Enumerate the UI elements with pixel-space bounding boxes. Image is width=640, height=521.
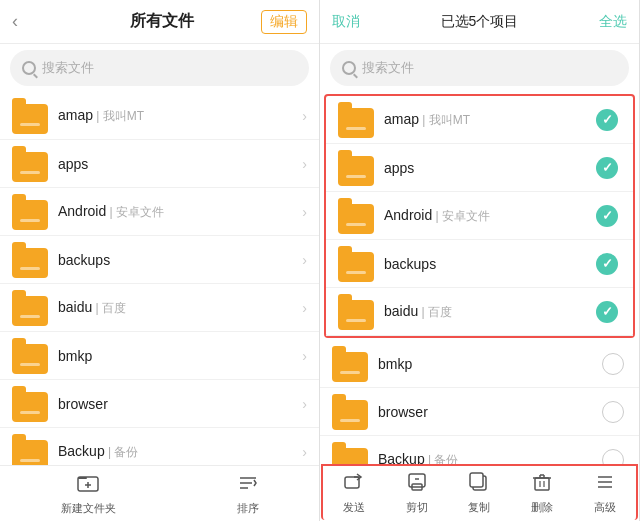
list-item[interactable]: backups bbox=[326, 240, 633, 288]
toolbar-icon-3 bbox=[531, 471, 553, 498]
checkbox-area[interactable] bbox=[599, 398, 627, 426]
copy-icon bbox=[468, 471, 490, 493]
chevron-icon: › bbox=[302, 108, 307, 124]
right-header: 取消 已选5个项目 全选 bbox=[320, 0, 639, 44]
toolbar-复制-button[interactable]: 复制 bbox=[468, 471, 490, 515]
list-item[interactable]: bmkp bbox=[320, 340, 639, 388]
list-item[interactable]: browser › bbox=[0, 380, 319, 428]
toolbar-icon-0 bbox=[343, 471, 365, 498]
left-header-left: ‹ bbox=[12, 11, 62, 32]
list-item[interactable]: Backup | 备份 bbox=[320, 436, 639, 464]
file-name-label: apps bbox=[384, 160, 593, 176]
folder-icon bbox=[12, 434, 48, 466]
list-item[interactable]: baidu | 百度 bbox=[326, 288, 633, 336]
checkbox-area[interactable] bbox=[599, 446, 627, 465]
sort-button[interactable]: 排序 bbox=[237, 472, 259, 516]
toolbar-label: 高级 bbox=[594, 500, 616, 515]
list-item[interactable]: bmkp › bbox=[0, 332, 319, 380]
file-name-label: backups bbox=[384, 256, 593, 272]
checkbox-area[interactable] bbox=[593, 154, 621, 182]
folder-icon bbox=[12, 146, 48, 182]
search-icon bbox=[342, 61, 356, 75]
edit-button[interactable]: 编辑 bbox=[261, 10, 307, 34]
back-button[interactable]: ‹ bbox=[12, 11, 18, 32]
checkbox-checked[interactable] bbox=[596, 157, 618, 179]
folder-icon bbox=[338, 102, 374, 138]
toolbar-icon-4 bbox=[594, 471, 616, 498]
select-all-button[interactable]: 全选 bbox=[599, 13, 627, 31]
folder-icon bbox=[12, 98, 48, 134]
list-item[interactable]: apps bbox=[326, 144, 633, 192]
toolbar-发送-button[interactable]: 发送 bbox=[343, 471, 365, 515]
toolbar-icon-1 bbox=[406, 471, 428, 498]
file-name-label: Backup | 备份 bbox=[378, 451, 599, 465]
svg-rect-7 bbox=[345, 477, 359, 488]
cut-icon bbox=[406, 471, 428, 493]
chevron-icon: › bbox=[302, 396, 307, 412]
left-bottom-bar: 新建文件夹 排序 bbox=[0, 465, 319, 521]
file-name-label: apps bbox=[58, 156, 302, 172]
folder-icon bbox=[12, 290, 48, 326]
list-item[interactable]: Android | 安卓文件 bbox=[326, 192, 633, 240]
left-search-bar[interactable]: 搜索文件 bbox=[10, 50, 309, 86]
list-item[interactable]: apps › bbox=[0, 140, 319, 188]
list-item[interactable]: backups › bbox=[0, 236, 319, 284]
list-item[interactable]: Android | 安卓文件 › bbox=[0, 188, 319, 236]
checkbox-checked[interactable] bbox=[596, 109, 618, 131]
chevron-icon: › bbox=[302, 300, 307, 316]
advanced-icon bbox=[594, 471, 616, 493]
list-item[interactable]: baidu | 百度 › bbox=[0, 284, 319, 332]
right-panel: 取消 已选5个项目 全选 搜索文件 amap | 我叫MT apps bbox=[320, 0, 640, 521]
checkbox-area[interactable] bbox=[599, 350, 627, 378]
list-item[interactable]: amap | 我叫MT › bbox=[0, 92, 319, 140]
toolbar-label: 发送 bbox=[343, 500, 365, 515]
file-name-label: backups bbox=[58, 252, 302, 268]
selected-count-label: 已选5个项目 bbox=[360, 13, 599, 31]
file-name-label: browser bbox=[58, 396, 302, 412]
toolbar-高级-button[interactable]: 高级 bbox=[594, 471, 616, 515]
checkbox-checked[interactable] bbox=[596, 205, 618, 227]
checkbox-unchecked[interactable] bbox=[602, 353, 624, 375]
folder-icon bbox=[12, 194, 48, 230]
delete-icon bbox=[531, 471, 553, 493]
checkbox-area[interactable] bbox=[593, 298, 621, 326]
checkbox-unchecked[interactable] bbox=[602, 401, 624, 423]
chevron-icon: › bbox=[302, 204, 307, 220]
folder-icon bbox=[338, 150, 374, 186]
new-folder-icon bbox=[77, 472, 99, 499]
right-search-bar[interactable]: 搜索文件 bbox=[330, 50, 629, 86]
new-folder-icon bbox=[77, 472, 99, 494]
checkbox-checked[interactable] bbox=[596, 253, 618, 275]
selection-border-box: amap | 我叫MT apps Android | 安卓文件 backup bbox=[324, 94, 635, 338]
toolbar-删除-button[interactable]: 删除 bbox=[531, 471, 553, 515]
toolbar-icon-2 bbox=[468, 471, 490, 498]
list-item[interactable]: amap | 我叫MT bbox=[326, 96, 633, 144]
file-name-label: amap | 我叫MT bbox=[384, 111, 593, 129]
toolbar-label: 删除 bbox=[531, 500, 553, 515]
list-item[interactable]: Backup | 备份 › bbox=[0, 428, 319, 465]
checkbox-area[interactable] bbox=[593, 202, 621, 230]
toolbar-label: 复制 bbox=[468, 500, 490, 515]
toolbar-剪切-button[interactable]: 剪切 bbox=[406, 471, 428, 515]
file-name-label: baidu | 百度 bbox=[58, 299, 302, 317]
folder-icon bbox=[332, 442, 368, 465]
bottom-action-label: 新建文件夹 bbox=[61, 501, 116, 516]
folder-icon bbox=[338, 198, 374, 234]
checkbox-area[interactable] bbox=[593, 106, 621, 134]
list-item[interactable]: browser bbox=[320, 388, 639, 436]
chevron-icon: › bbox=[302, 348, 307, 364]
cancel-button[interactable]: 取消 bbox=[332, 13, 360, 31]
svg-rect-13 bbox=[470, 473, 483, 487]
new-folder-button[interactable]: 新建文件夹 bbox=[61, 472, 116, 516]
checkbox-unchecked[interactable] bbox=[602, 449, 624, 465]
chevron-icon: › bbox=[302, 252, 307, 268]
bottom-action-label: 排序 bbox=[237, 501, 259, 516]
file-name-label: amap | 我叫MT bbox=[58, 107, 302, 125]
file-name-label: Android | 安卓文件 bbox=[58, 203, 302, 221]
file-name-label: bmkp bbox=[378, 356, 599, 372]
checkbox-area[interactable] bbox=[593, 250, 621, 278]
right-search-placeholder: 搜索文件 bbox=[362, 59, 414, 77]
left-search-placeholder: 搜索文件 bbox=[42, 59, 94, 77]
folder-icon bbox=[338, 246, 374, 282]
checkbox-checked[interactable] bbox=[596, 301, 618, 323]
